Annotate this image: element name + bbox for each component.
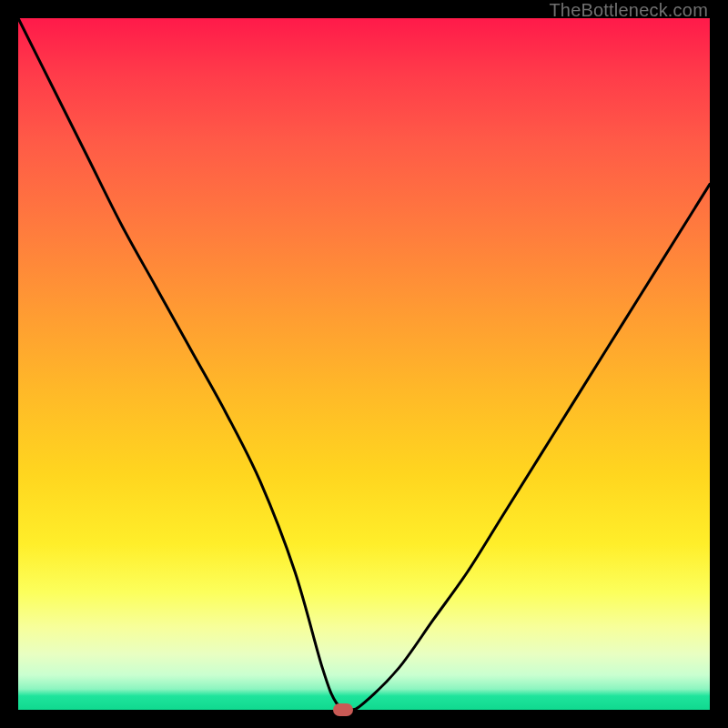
bottleneck-curve: [18, 18, 710, 710]
plot-area: [18, 18, 710, 710]
curve-path: [18, 18, 710, 710]
optimum-marker: [333, 703, 353, 716]
chart-frame: TheBottleneck.com: [0, 0, 728, 728]
